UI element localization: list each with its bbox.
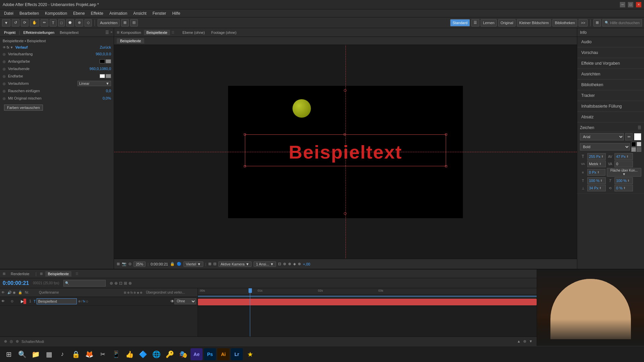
tl-tool2[interactable]: ⊕ xyxy=(114,281,118,286)
viewer-icon12[interactable]: ⊗ xyxy=(298,262,301,266)
layer-solo[interactable]: ⊙ xyxy=(11,299,15,303)
maximize-button[interactable]: □ xyxy=(628,2,633,7)
menu-komposition[interactable]: Komposition xyxy=(42,10,70,16)
handle-bl[interactable] xyxy=(244,165,246,167)
taskbar-blue[interactable]: 🔷 xyxy=(137,348,149,360)
tool-pen[interactable]: ✏ xyxy=(41,19,48,26)
menu-bearbeiten[interactable]: Bearbeiten xyxy=(17,10,42,16)
window-controls[interactable]: ─ □ ✕ xyxy=(620,2,641,7)
va-field[interactable]: 0 xyxy=(614,161,633,167)
tracking-stepper[interactable]: ⬆ xyxy=(626,155,629,158)
frame-offset[interactable]: +,00 xyxy=(303,262,310,266)
viewer-icon6[interactable]: ⊞ xyxy=(208,262,211,266)
menu-tracker[interactable]: Tracker xyxy=(577,90,644,101)
tool-camera[interactable]: ⟳ xyxy=(21,19,29,26)
layer-expand[interactable]: ▶ xyxy=(21,299,23,304)
layer-icon-anchor[interactable]: ⊛ xyxy=(78,300,81,303)
kleiner-bildschirm-button[interactable]: Kleiner Bildschirm xyxy=(517,19,551,26)
handle-bottom[interactable] xyxy=(344,212,346,215)
handle-tl[interactable] xyxy=(244,133,246,135)
tl-icon2[interactable]: ◎ xyxy=(10,339,13,344)
farben-vertauschen-button[interactable]: Farben vertauschen xyxy=(4,105,43,111)
tab-beispieltexte-tl[interactable]: Beispieltexte xyxy=(45,271,71,277)
handle-br[interactable] xyxy=(445,165,447,167)
anfangsfarbe-swatch-grey[interactable] xyxy=(106,59,111,63)
track-bar-1[interactable] xyxy=(198,299,537,305)
timeline-comp-icon[interactable]: ⊞ xyxy=(40,272,43,276)
camera-button[interactable]: Aktive Kamera ▼ xyxy=(218,261,252,267)
viewer-icon9[interactable]: ⊛ xyxy=(283,262,286,266)
effect-back-button[interactable]: Zurück xyxy=(100,45,111,49)
taskbar-ai[interactable]: Ai xyxy=(217,348,229,360)
font-size-field[interactable]: 255 Px ⬆ xyxy=(587,153,606,160)
original-button[interactable]: Original xyxy=(498,19,516,26)
comp-tab-beispieltexte[interactable]: Beispieltexte xyxy=(144,30,170,35)
leading-stepper[interactable]: ⬆ xyxy=(597,171,600,174)
layer-eye[interactable]: 👁 xyxy=(1,299,5,303)
taskbar-phone[interactable]: 📱 xyxy=(110,348,122,360)
taskbar-star[interactable]: ★ xyxy=(244,348,256,360)
schalter-icon1[interactable]: ▲ xyxy=(517,339,521,344)
taskbar-ae[interactable]: Ae xyxy=(191,348,203,360)
tool-extra1[interactable]: ⊞ xyxy=(121,19,129,26)
layer-eye2[interactable]: 👁 xyxy=(170,299,174,304)
metrics-field[interactable]: Metrk ⬆ xyxy=(587,161,606,167)
size-stepper[interactable]: ⬆ xyxy=(601,155,604,158)
taskbar-firefox[interactable]: 🦊 xyxy=(83,348,95,360)
prop-value-verlaufsende[interactable]: 960,0,1080,0 xyxy=(90,67,111,71)
menu-effekte-vorgaben[interactable]: Effekte und Vorgaben xyxy=(577,58,644,69)
tool-pan[interactable]: ✋ xyxy=(30,19,39,26)
quality-button[interactable]: Viertel ▼ xyxy=(183,261,203,267)
tool-select[interactable]: ▼ xyxy=(2,19,10,26)
endfarbe-swatch-grey[interactable] xyxy=(106,74,111,78)
snap-icon[interactable]: 🔒 xyxy=(170,262,175,266)
font-color-box[interactable] xyxy=(634,133,641,140)
zeichen-menu-icon[interactable]: ☰ xyxy=(638,125,641,130)
zoom-button[interactable]: 25% xyxy=(133,261,146,267)
extend-button[interactable]: >> xyxy=(579,19,588,26)
tl-icon3[interactable]: ⊛ xyxy=(16,339,19,344)
layer-mode-select[interactable]: Ohne xyxy=(174,298,196,304)
panel-menu-icon[interactable]: ☰ xyxy=(105,30,109,35)
tl-search-input[interactable] xyxy=(70,281,104,285)
color-box4[interactable] xyxy=(637,147,641,152)
menu-vorschau[interactable]: Vorschau xyxy=(577,48,644,58)
baseline-stepper[interactable]: ⬆ xyxy=(599,186,602,190)
tl-tool3[interactable]: ⊡ xyxy=(119,281,122,286)
viewer-icon5[interactable]: 🔵 xyxy=(177,262,181,266)
tab-effekteinstellungen[interactable]: Effekteinstellungen xyxy=(20,30,57,35)
menu-hilfe[interactable]: Hilfe xyxy=(169,10,183,16)
scale-h-field[interactable]: 100 % ⬆ xyxy=(587,177,606,184)
eye-toggle[interactable]: 👁 xyxy=(3,46,6,49)
viewer-icon1[interactable]: ⊞ xyxy=(117,262,120,266)
font-pen-icon[interactable]: ✏ xyxy=(625,133,633,140)
handle-tr[interactable] xyxy=(445,133,447,135)
tsumi-stepper[interactable]: ⬆ xyxy=(623,186,626,190)
metrics-stepper[interactable]: ⬆ xyxy=(599,162,602,166)
color-box3[interactable] xyxy=(631,147,636,152)
layer-color-swatch[interactable] xyxy=(23,299,26,304)
render-list-icon[interactable]: ⊞ xyxy=(3,272,5,276)
layer-icon-fx[interactable]: / xyxy=(82,300,83,303)
panel-toggle[interactable]: ⊞ xyxy=(593,19,601,26)
viewer-icon2[interactable]: 📷 xyxy=(122,262,126,266)
taskbar-key[interactable]: 🔑 xyxy=(164,348,176,360)
viewer-icon3[interactable]: ⊙ xyxy=(128,262,131,266)
menu-bibliotheken[interactable]: Bibliotheken xyxy=(577,80,644,90)
timeline-tab-menu[interactable]: ☰ xyxy=(75,272,78,276)
taskbar-scissors[interactable]: ✂ xyxy=(97,348,109,360)
toolbar-menu[interactable]: ☰ xyxy=(471,19,479,26)
tab-projekt[interactable]: Projekt xyxy=(1,30,18,35)
prop-value-rauschen[interactable]: 0,0 xyxy=(106,89,111,93)
menu-ansicht[interactable]: Ansicht xyxy=(130,10,149,16)
tool-clone[interactable]: ⊕ xyxy=(75,19,83,26)
taskbar-lr[interactable]: Lr xyxy=(231,348,243,360)
taskbar-theater[interactable]: 🎭 xyxy=(177,348,189,360)
flaeche-button[interactable]: Fläche über Kon... ▼ xyxy=(607,168,641,177)
baseline-field[interactable]: 34 Px ⬆ xyxy=(587,185,606,191)
viewer-icon7[interactable]: ⊟ xyxy=(213,262,216,266)
fill-color-box[interactable] xyxy=(637,142,641,146)
tl-tool4[interactable]: ⊞ xyxy=(124,281,127,286)
taskbar-search[interactable]: 🔍 xyxy=(16,348,28,360)
tl-tool1[interactable]: ⊛ xyxy=(110,281,113,286)
